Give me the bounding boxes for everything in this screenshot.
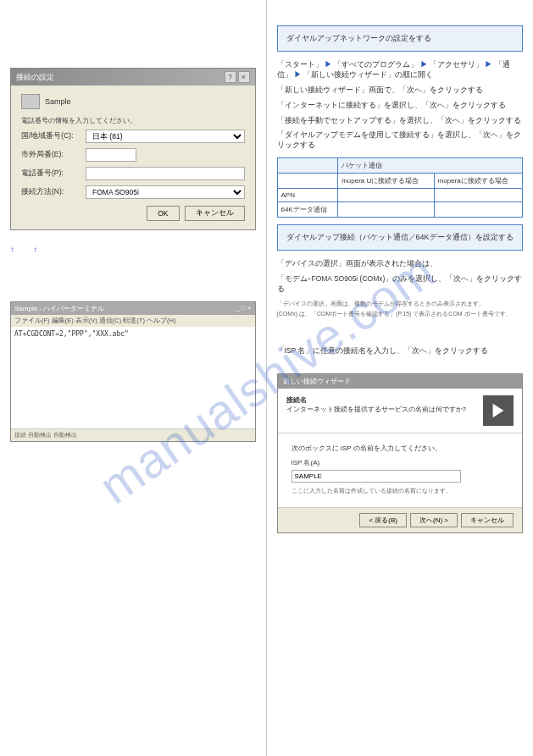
wizard-cancel-button[interactable]: キャンセル: [461, 513, 514, 527]
terminal-controls[interactable]: _ □ ×: [236, 304, 251, 313]
table-cell: [338, 202, 434, 218]
step-arrow-icon: ↑: [10, 245, 14, 254]
step-3: 「インターネットに接続する」を選択し、「次へ」をクリックする: [277, 101, 524, 111]
help-icon[interactable]: ?: [225, 71, 236, 83]
close-icon[interactable]: ×: [238, 71, 250, 83]
phone-label: 電話番号(P):: [21, 168, 81, 179]
connect-select[interactable]: FOMA SO905i: [86, 185, 245, 199]
table-cell: [434, 202, 522, 218]
phone-input[interactable]: [86, 167, 245, 180]
step-5: 「ダイヤルアップモデムを使用して接続する」を選択し、「次へ」をクリックする: [277, 130, 524, 151]
table-cell: [434, 189, 522, 202]
back-button[interactable]: < 戻る(B): [359, 513, 407, 527]
hyperterminal-window: Sample - ハイパーターミナル _ □ × ファイル(F) 編集(E) 表…: [10, 301, 256, 442]
wizard-note: ここに入力した名前は作成している接続の名前になります。: [291, 487, 509, 495]
cancel-button[interactable]: キャンセル: [185, 206, 245, 221]
note-1: 「デバイスの選択」画面は、複数のモデムが存在するときのみ表示されます。: [277, 300, 524, 308]
modem-icon: [21, 94, 40, 109]
section-heading-box-2: ダイヤルアップ接続（パケット通信／64Kデータ通信）を設定する: [277, 224, 524, 251]
isp-label: ISP 名(A): [291, 458, 509, 467]
connection-table: パケット通信 mopera Uに接続する場合 moperaに接続する場合 APN…: [277, 157, 524, 218]
step-7: 「ISP 名」に任意の接続名を入力し、「次へ」をクリックする: [277, 346, 524, 356]
arrow-icon: ▶: [485, 60, 492, 69]
terminal-status: 接続 自動検出 自動検出: [11, 428, 255, 441]
step-2: 「新しい接続ウィザード」画面で、「次へ」をクリックする: [277, 86, 524, 96]
connection-settings-dialog: 接続の設定 ? × Sample 電話番号の情報を入力してください。 国/地域番…: [10, 68, 256, 230]
terminal-body[interactable]: AT+CGDCONT=2,"PPP","XXX.abc": [11, 327, 255, 428]
wizard-titlebar: 新しい接続ウィザード: [278, 374, 523, 389]
dialog-prompt: 電話番号の情報を入力してください。: [21, 116, 245, 126]
terminal-menubar[interactable]: ファイル(F) 編集(E) 表示(V) 通信(C) 転送(T) ヘルプ(H): [11, 315, 255, 327]
wizard-prompt: 次のボックスに ISP の名前を入力してください。: [291, 444, 509, 453]
step-6-title: 「デバイスの選択」画面が表示された場合は、: [277, 259, 524, 269]
step-1: 「スタート」 ▶ 「すべてのプログラム」 ▶ 「アクセサリ」 ▶ 「通信」 ▶ …: [277, 60, 524, 80]
dialog-titlebar: 接続の設定 ? ×: [11, 69, 255, 86]
area-label: 市外局番(E):: [21, 150, 81, 160]
country-label: 国/地域番号(C):: [21, 131, 81, 141]
country-select[interactable]: 日本 (81): [86, 130, 245, 143]
isp-name-input[interactable]: [291, 470, 461, 483]
arrow-icon: ▶: [325, 60, 332, 69]
step-4: 「接続を手動でセットアップする」を選択し、「次へ」をクリックする: [277, 116, 524, 126]
table-cell: [338, 189, 434, 202]
connect-label: 接続方法(N):: [21, 187, 81, 197]
sample-label: Sample: [45, 97, 71, 106]
terminal-title: Sample - ハイパーターミナル: [14, 304, 104, 313]
table-cell: APN: [277, 189, 338, 202]
table-cell: 64Kデータ通信: [277, 202, 338, 218]
note-2: (COMx) は、「COMポート番号を確認する」(P.15) で表示されるCOM…: [277, 310, 524, 318]
table-cell: mopera Uに接続する場合: [338, 174, 434, 189]
area-input[interactable]: [86, 148, 136, 162]
table-cell: moperaに接続する場合: [434, 174, 522, 189]
table-header: パケット通信: [338, 158, 523, 174]
step-6-body: 「モデム−FOMA SO905i (COMx)」のみを選択し、「次へ」をクリック…: [277, 274, 524, 295]
dialog-title: 接続の設定: [16, 72, 54, 83]
terminal-command: AT+CGDCONT=2,"PPP","XXX.abc": [14, 330, 129, 338]
next-button[interactable]: 次へ(N) >: [410, 513, 458, 527]
ok-button[interactable]: OK: [147, 206, 179, 221]
new-connection-wizard: 新しい接続ウィザード 接続名 インターネット接続を提供するサービスの名前は何です…: [277, 373, 524, 533]
table-header: [277, 158, 338, 174]
terminal-titlebar: Sample - ハイパーターミナル _ □ ×: [11, 302, 255, 315]
step-indicators: ↑ ↑: [10, 243, 256, 256]
wizard-logo-icon: [483, 395, 514, 426]
step-arrow-icon: ↑: [33, 245, 37, 254]
arrow-icon: ▶: [294, 70, 302, 79]
wizard-header-title: 接続名: [286, 395, 466, 405]
wizard-header-sub: インターネット接続を提供するサービスの名前は何ですか?: [286, 405, 466, 414]
box-line-1: ダイヤルアップ接続（パケット通信／64Kデータ通信）を設定する: [286, 232, 514, 243]
table-cell: [277, 174, 338, 189]
arrow-icon: ▶: [420, 60, 428, 69]
section-heading-box: ダイヤルアップネットワークの設定をする: [277, 25, 524, 52]
section-heading: ダイヤルアップネットワークの設定をする: [286, 34, 431, 42]
